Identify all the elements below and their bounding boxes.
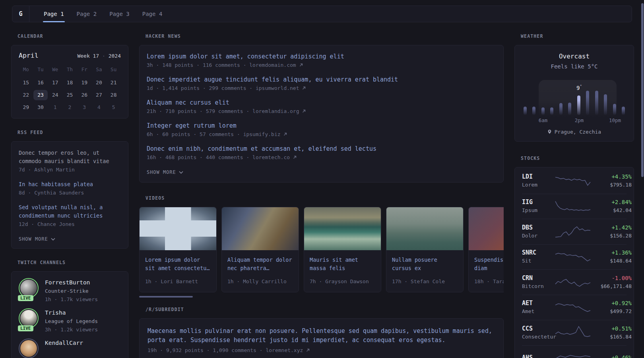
calendar-weekday: We <box>48 66 62 76</box>
twitch-channel-row[interactable]: LIVE Trisha League of Legends 3h · 1.2k … <box>19 308 121 334</box>
weather-bar <box>532 107 535 115</box>
twitch-game[interactable]: Counter-Strike <box>45 287 98 295</box>
weather-widget: Overcast Feels like 5°C 9° 6am2pm10pm Pr… <box>514 45 634 142</box>
video-title[interactable]: Lorem ipsum dolorsit amet consectetu… <box>145 256 211 272</box>
hn-item-meta: 3h · 148 points · 116 comments · loremdo… <box>147 62 303 68</box>
video-card[interactable]: Nullam posuerecursus ex 17h · Stefan Col… <box>386 207 464 292</box>
hn-item-title[interactable]: Aliquam nec cursus elit <box>147 99 496 107</box>
rss-item-title[interactable]: In hac habitasse platea <box>19 180 121 189</box>
tab-page-2[interactable]: Page 2 <box>70 6 103 22</box>
external-link-icon <box>306 348 310 352</box>
rss-item-title[interactable]: Donec tempor eros leo, ut commodo mauris… <box>19 149 121 165</box>
rss-item-title[interactable]: Sed volutpat nulla nisl, a condimentum n… <box>19 203 121 220</box>
video-thumbnail[interactable] <box>140 207 216 250</box>
hackernews-item: Donec enim nibh, condimentum et accumsan… <box>147 145 496 161</box>
hn-item-domain[interactable]: ipsumify.biz <box>243 131 281 137</box>
stock-symbol[interactable]: AET <box>522 299 555 307</box>
stock-price: $795.18 <box>590 181 632 189</box>
subreddit-post-title[interactable]: Maecenas mollis pulvinar erat non posuer… <box>147 327 495 344</box>
twitch-channel-row[interactable]: LIVE ForrestBurton Counter-Strike 1h · 1… <box>19 278 121 304</box>
stock-row[interactable]: CRNBitcorn -1.00%$66,171.48 <box>522 269 627 295</box>
twitch-channel-name[interactable]: ForrestBurton <box>45 278 98 287</box>
stock-change: +0.51% <box>590 325 632 333</box>
stock-row[interactable]: DBSDolor +1.42%$156.28 <box>522 219 627 244</box>
stock-sparkline <box>555 249 590 265</box>
videos-horizontal-scrollbar[interactable] <box>139 296 193 298</box>
calendar-section-title: CALENDAR <box>17 34 128 39</box>
calendar-day: 22 <box>19 90 33 100</box>
video-thumbnail[interactable] <box>469 207 504 250</box>
video-card[interactable]: Aliquam tempor dolornec pharetra… 1h · M… <box>221 207 299 292</box>
stock-symbol[interactable]: AHS <box>522 354 555 358</box>
hn-item-title[interactable]: Lorem ipsum dolor sit amet, consectetur … <box>147 53 496 61</box>
stock-row[interactable]: IIGIpsum +2.84%$42.04 <box>522 194 627 219</box>
calendar-weekday: Tu <box>33 66 48 76</box>
stock-symbol[interactable]: DBS <box>522 224 555 232</box>
video-title[interactable]: Suspendissediam <box>474 256 504 272</box>
video-card[interactable]: Lorem ipsum dolorsit amet consectetu… 1h… <box>139 207 217 292</box>
tab-page-3[interactable]: Page 3 <box>103 6 136 22</box>
twitch-channel-row[interactable]: KendallCarr <box>19 339 121 358</box>
app-logo[interactable]: G <box>12 6 29 22</box>
stock-row[interactable]: SNRCSit +1.36%$148.64 <box>522 244 627 270</box>
calendar-day: 20 <box>92 78 107 88</box>
calendar-day: 25 <box>62 90 77 100</box>
twitch-channel-name[interactable]: KendallCarr <box>45 339 83 347</box>
stock-row[interactable]: LDILorem +4.35%$795.18 <box>522 168 627 194</box>
video-thumbnail[interactable] <box>222 207 299 250</box>
calendar-weekday: Su <box>106 66 121 76</box>
calendar-day: 24 <box>48 90 62 100</box>
hn-item-domain[interactable]: loremlandia.org <box>252 108 299 114</box>
tab-page-1[interactable]: Page 1 <box>37 6 70 22</box>
hn-item-domain[interactable]: loremdomain.com <box>249 62 296 68</box>
live-badge: LIVE <box>18 295 33 301</box>
stock-row[interactable]: CCSConsectetur +0.51%$165.84 <box>522 320 627 345</box>
weather-bar <box>586 91 589 115</box>
weather-bar <box>524 107 527 115</box>
tab-page-4[interactable]: Page 4 <box>136 6 169 22</box>
external-link-icon <box>283 132 287 136</box>
video-thumbnail[interactable] <box>304 207 381 250</box>
weather-bar <box>541 107 545 115</box>
video-title[interactable]: Mauris sit ametmassa felis <box>310 256 375 272</box>
stock-name: Ipsum <box>522 206 555 214</box>
video-title[interactable]: Nullam posuerecursus ex <box>392 256 458 272</box>
weather-location: Prague, Czechia <box>524 129 625 135</box>
stock-change: +1.36% <box>590 249 632 257</box>
stock-symbol[interactable]: CRN <box>522 274 555 282</box>
weather-hour-label: 6am <box>539 117 548 123</box>
video-meta: 1h · Lori Barnett <box>145 277 211 286</box>
hn-item-title[interactable]: Donec enim nibh, condimentum et accumsan… <box>147 145 496 153</box>
stock-change: +4.35% <box>590 173 632 181</box>
stock-row[interactable]: AETAmet +0.92%$499.72 <box>522 295 627 320</box>
hn-item-domain[interactable]: ipsumworld.net <box>256 85 299 91</box>
hn-item-domain[interactable]: loremtech.co <box>252 154 290 160</box>
video-card[interactable]: Mauris sit ametmassa felis 7h · Grayson … <box>304 207 381 292</box>
hn-item-title[interactable]: Integer eget rutrum lorem <box>147 122 496 130</box>
video-meta: 18h · Tara <box>474 277 504 286</box>
stock-symbol[interactable]: SNRC <box>522 249 555 257</box>
stock-change: +2.84% <box>590 198 632 206</box>
weather-bar <box>613 104 616 115</box>
subreddit-post: Maecenas mollis pulvinar erat non posuer… <box>147 327 495 354</box>
twitch-channel-name[interactable]: Trisha <box>45 308 98 317</box>
page-vertical-scrollbar[interactable] <box>641 3 644 177</box>
stock-symbol[interactable]: LDI <box>522 173 555 181</box>
video-thumbnail[interactable] <box>386 207 463 250</box>
stock-symbol[interactable]: CCS <box>522 325 555 333</box>
hackernews-show-more-button[interactable]: SHOW MORE <box>147 169 183 175</box>
video-title[interactable]: Aliquam tempor dolornec pharetra… <box>227 256 293 272</box>
video-card[interactable]: Suspendissediam 18h · Tara <box>468 207 504 292</box>
stock-row[interactable]: AHS +0.46% <box>522 345 627 358</box>
rss-show-more-button[interactable]: SHOW MORE <box>19 236 55 242</box>
chevron-down-icon <box>51 238 55 241</box>
hackernews-widget: Lorem ipsum dolor sit amet, consectetur … <box>139 45 504 183</box>
stock-symbol[interactable]: IIG <box>522 198 555 206</box>
twitch-game[interactable]: League of Legends <box>45 317 98 325</box>
videos-section-title: VIDEOS <box>145 196 504 201</box>
subreddit-post-domain[interactable]: loremnet.xyz <box>266 347 303 353</box>
calendar-weekday: Th <box>62 66 77 76</box>
calendar-day: 3 <box>77 102 92 113</box>
hn-item-title[interactable]: Donec imperdiet augue tincidunt felis al… <box>147 76 496 84</box>
page-tabs: Page 1 Page 2 Page 3 Page 4 <box>29 6 169 22</box>
